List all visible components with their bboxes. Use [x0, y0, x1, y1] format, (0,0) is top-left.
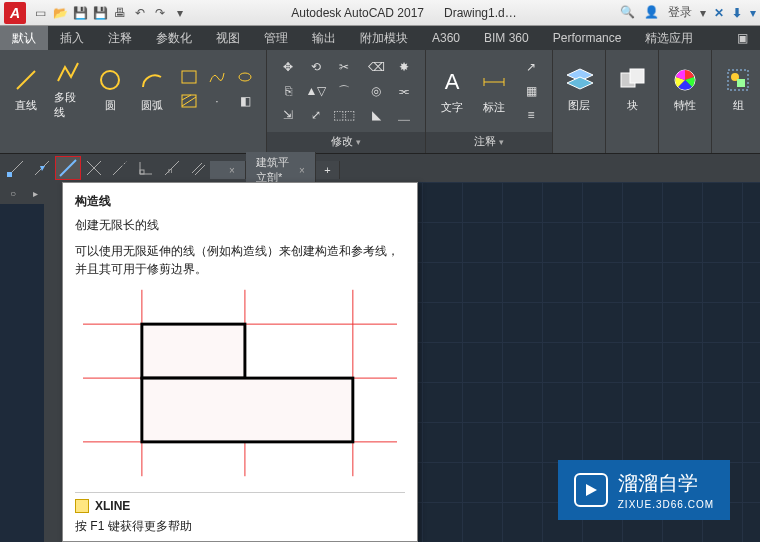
block-button[interactable]: 块 [614, 64, 650, 115]
mtext-icon[interactable]: ≡ [518, 104, 544, 126]
circle-label: 圆 [105, 98, 116, 113]
hatch-icon[interactable] [176, 90, 202, 112]
close-icon[interactable]: × [229, 165, 235, 176]
join-icon[interactable]: ⫘ [391, 80, 417, 102]
undo-icon[interactable]: ↶ [132, 5, 148, 21]
ribbon: 直线 多段线 圆 圆弧 · ◧ [0, 50, 760, 154]
arc-button[interactable]: 圆弧 [134, 64, 170, 115]
help-icon[interactable]: ⬇ [732, 6, 742, 20]
close-icon[interactable]: × [299, 165, 305, 176]
snap-midpoint-icon[interactable] [30, 157, 54, 179]
rotate-icon[interactable]: ⟲ [303, 56, 329, 78]
xline-button[interactable] [56, 157, 80, 179]
user-icon[interactable]: 👤 [644, 5, 660, 21]
panel-modify-title[interactable]: 修改 [267, 132, 425, 153]
panel-annotate-title[interactable]: 注释 [426, 132, 552, 153]
explode-icon[interactable]: ✸ [391, 56, 417, 78]
ellipse-icon[interactable] [232, 66, 258, 88]
search-icon[interactable]: 🔍 [620, 5, 636, 21]
block-label: 块 [627, 98, 638, 113]
fillet-icon[interactable]: ⌒ [331, 80, 357, 102]
snap-expand-icon[interactable]: ▸ [26, 185, 44, 201]
doctab-new[interactable]: + [316, 161, 340, 179]
erase-icon[interactable]: ⌫ [363, 56, 389, 78]
circle-button[interactable]: 圆 [92, 64, 128, 115]
text-label: 文字 [441, 100, 463, 115]
tooltip-command: XLINE [75, 492, 405, 513]
snap-perpendicular-icon[interactable] [134, 157, 158, 179]
offset-icon[interactable]: ◎ [363, 80, 389, 102]
array-icon[interactable]: ⬚⬚ [331, 104, 357, 126]
trim-icon[interactable]: ✂ [331, 56, 357, 78]
panel-annotate: A 文字 标注 ↗ ▦ ≡ 注释 [426, 50, 553, 153]
dimension-button[interactable]: 标注 [476, 66, 512, 117]
qat-drop-icon[interactable]: ▾ [172, 5, 188, 21]
watermark: 溜溜自学 ZIXUE.3D66.COM [558, 460, 730, 520]
properties-label: 特性 [674, 98, 696, 113]
break-icon[interactable]: ⸏ [391, 104, 417, 126]
spline-icon[interactable] [204, 66, 230, 88]
tab-expand-icon[interactable]: ▣ [725, 26, 760, 50]
new-icon[interactable]: ▭ [32, 5, 48, 21]
snap-extension-icon[interactable] [108, 157, 132, 179]
exchange-icon[interactable]: ✕ [714, 6, 724, 20]
scale-icon[interactable]: ⤢ [303, 104, 329, 126]
copy-icon[interactable]: ⎘ [275, 80, 301, 102]
group-button[interactable]: 组 [720, 64, 756, 115]
snap-intersection-icon[interactable] [82, 157, 106, 179]
circle-icon [96, 66, 124, 94]
move-icon[interactable]: ✥ [275, 56, 301, 78]
tab-featured[interactable]: 精选应用 [633, 26, 705, 50]
tooltip-f1: 按 F1 键获得更多帮助 [75, 517, 405, 535]
snap-endpoint-icon[interactable] [4, 157, 28, 179]
line-button[interactable]: 直线 [8, 64, 44, 115]
tab-default[interactable]: 默认 [0, 26, 48, 50]
region-icon[interactable]: ◧ [232, 90, 258, 112]
snap-center-icon[interactable]: ○ [4, 185, 22, 201]
login-drop-icon[interactable]: ▾ [700, 6, 706, 20]
viewport-gutter [44, 182, 62, 542]
mirror-icon[interactable]: ▲▽ [303, 80, 329, 102]
tab-manage[interactable]: 管理 [252, 26, 300, 50]
properties-button[interactable]: 特性 [667, 64, 703, 115]
open-icon[interactable]: 📂 [52, 5, 68, 21]
text-button[interactable]: A 文字 [434, 66, 470, 117]
title-bar: A ▭ 📂 💾 💾 🖶 ↶ ↷ ▾ Autodesk AutoCAD 2017 … [0, 0, 760, 26]
panel-draw: 直线 多段线 圆 圆弧 · ◧ [0, 50, 267, 153]
snap-toolbar: n [0, 154, 760, 182]
rect-icon[interactable] [176, 66, 202, 88]
tab-annotate[interactable]: 注释 [96, 26, 144, 50]
stretch-icon[interactable]: ⇲ [275, 104, 301, 126]
tab-performance[interactable]: Performance [541, 26, 634, 50]
snap-parallel-icon[interactable] [186, 157, 210, 179]
panel-block: 块 [606, 50, 659, 153]
leader-icon[interactable]: ↗ [518, 56, 544, 78]
tab-insert[interactable]: 插入 [48, 26, 96, 50]
tab-output[interactable]: 输出 [300, 26, 348, 50]
save-icon[interactable]: 💾 [72, 5, 88, 21]
help-drop-icon[interactable]: ▾ [750, 6, 756, 20]
tab-addins[interactable]: 附加模块 [348, 26, 420, 50]
group-label: 组 [733, 98, 744, 113]
tab-view[interactable]: 视图 [204, 26, 252, 50]
snap-nearest-icon[interactable]: n [160, 157, 184, 179]
polyline-label: 多段线 [54, 90, 82, 120]
chamfer-icon[interactable]: ◣ [363, 104, 389, 126]
saveas-icon[interactable]: 💾 [92, 5, 108, 21]
table-icon[interactable]: ▦ [518, 80, 544, 102]
tab-parametric[interactable]: 参数化 [144, 26, 204, 50]
doctab-blank[interactable]: × [210, 161, 246, 179]
login-label[interactable]: 登录 [668, 4, 692, 21]
tooltip-diagram [83, 288, 397, 478]
tooltip-xline: 构造线 创建无限长的线 可以使用无限延伸的线（例如构造线）来创建构造和参考线，并… [62, 182, 418, 542]
dimension-icon [480, 68, 508, 96]
polyline-button[interactable]: 多段线 [50, 56, 86, 122]
tab-bim360[interactable]: BIM 360 [472, 26, 541, 50]
panel-group: 组 [712, 50, 760, 153]
plot-icon[interactable]: 🖶 [112, 5, 128, 21]
point-icon[interactable]: · [204, 90, 230, 112]
watermark-sub: ZIXUE.3D66.COM [618, 499, 714, 510]
tab-a360[interactable]: A360 [420, 26, 472, 50]
redo-icon[interactable]: ↷ [152, 5, 168, 21]
layers-button[interactable]: 图层 [561, 64, 597, 115]
